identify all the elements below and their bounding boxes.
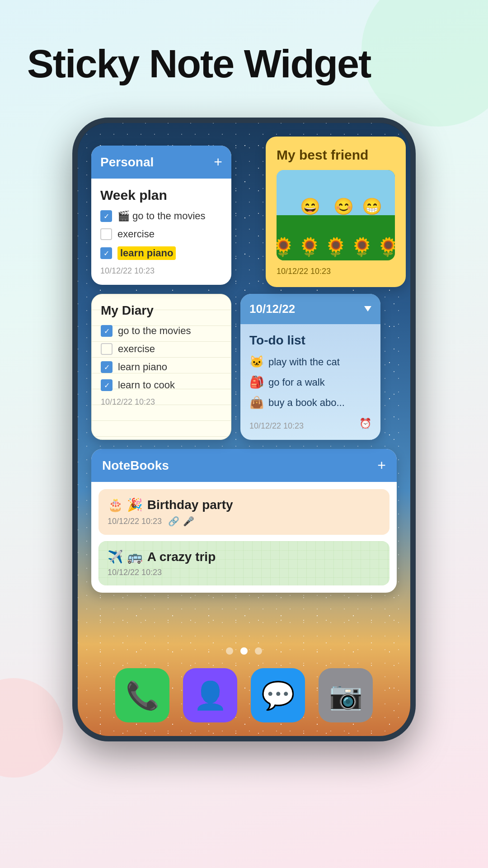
item-text: learn piano	[118, 361, 167, 373]
item-text: 🎬 go to the movies	[117, 210, 206, 222]
item-text: exercise	[117, 228, 155, 240]
notebooks-widget: NoteBooks + 🎂 🎉 Birthday party 10/12/22 …	[91, 449, 397, 593]
notebooks-body: 🎂 🎉 Birthday party 10/12/22 10:23 🔗 🎤	[91, 482, 397, 593]
todo-header-date: 10/12/22	[249, 302, 295, 316]
todo-body: To-do list 🐱 play with the cat 🎒 go for …	[240, 324, 380, 440]
sunflower-2: 🌻	[298, 238, 321, 256]
friend-widget: My best friend 😄 😊 😁 🌻 🌻 🌻 🌻 🌻	[266, 137, 406, 287]
list-item: exercise	[100, 228, 222, 240]
page-dot-3[interactable]	[255, 647, 262, 655]
phone-screen: Personal + Week plan 🎬 go to the movies …	[78, 123, 410, 736]
item-text: learn to cook	[118, 379, 175, 391]
notebook-emoji-2: ✈️ 🚌	[108, 549, 143, 564]
notebook-name: ✈️ 🚌 A crazy trip	[108, 549, 380, 564]
notebooks-header: NoteBooks +	[91, 449, 397, 482]
alarm-icon: ⏰	[359, 418, 371, 429]
todo-emoji-2: 🎒	[249, 375, 264, 389]
friend-widget-title: My best friend	[277, 147, 395, 163]
page-dots	[226, 647, 262, 655]
notebooks-add-button[interactable]: +	[377, 457, 386, 474]
friend-image: 😄 😊 😁 🌻 🌻 🌻 🌻 🌻	[277, 170, 395, 260]
middle-row: My Diary go to the movies exercise learn…	[91, 294, 397, 440]
contacts-icon: 👤	[193, 679, 227, 712]
personal-widget: Personal + Week plan 🎬 go to the movies …	[91, 146, 231, 285]
link-icon: 🔗	[168, 516, 179, 527]
list-item: 🎒 go for a walk	[249, 375, 371, 389]
checkbox-checked[interactable]	[100, 210, 112, 222]
phone-dock-icon[interactable]: 📞	[115, 668, 169, 722]
todo-title: To-do list	[249, 333, 371, 348]
mic-icon: 🎤	[183, 516, 194, 527]
notebook-item[interactable]: 🎂 🎉 Birthday party 10/12/22 10:23 🔗 🎤	[99, 489, 389, 535]
todo-emoji-3: 👜	[249, 396, 264, 410]
notebook-emoji-1: 🎂 🎉	[108, 497, 143, 512]
notebook-timestamp-1: 10/12/22 10:23	[108, 517, 162, 526]
checkbox-checked[interactable]	[101, 361, 113, 373]
checkbox-unchecked[interactable]	[100, 228, 112, 240]
notebook-item[interactable]: ✈️ 🚌 A crazy trip 10/12/22 10:23	[99, 541, 389, 585]
personal-add-button[interactable]: +	[214, 154, 222, 170]
checkbox-checked[interactable]	[101, 379, 113, 391]
camera-icon: 📷	[329, 679, 363, 712]
top-row: Personal + Week plan 🎬 go to the movies …	[91, 146, 397, 285]
friend-timestamp: 10/12/22 10:23	[277, 267, 395, 276]
list-item: 👜 buy a book abo...	[249, 396, 371, 410]
messages-dock-icon[interactable]: 💬	[251, 668, 305, 722]
checkbox-unchecked[interactable]	[101, 343, 113, 355]
phone-icon: 📞	[126, 679, 160, 712]
todo-header: 10/12/22	[240, 294, 380, 324]
widgets-area: Personal + Week plan 🎬 go to the movies …	[91, 146, 397, 593]
notebook-meta: 10/12/22 10:23 🔗 🎤	[108, 516, 380, 527]
messages-icon: 💬	[261, 679, 295, 712]
person-emoji-1: 😄	[300, 197, 320, 216]
todo-timestamp: 10/12/22 10:23	[249, 421, 304, 431]
list-item: learn piano	[101, 361, 222, 373]
checkbox-checked[interactable]	[101, 325, 113, 337]
notebooks-header-label: NoteBooks	[102, 458, 169, 473]
personal-header-label: Personal	[100, 155, 154, 170]
list-item: go to the movies	[101, 325, 222, 337]
notebook-title-2: A crazy trip	[147, 550, 216, 564]
dock: 📞 👤 💬 📷	[115, 668, 373, 722]
notebook-meta: 10/12/22 10:23	[108, 568, 380, 577]
notebook-name: 🎂 🎉 Birthday party	[108, 497, 380, 512]
bg-circle-bottom-left	[0, 678, 63, 778]
checkbox-checked[interactable]	[100, 247, 112, 259]
todo-item-text: go for a walk	[268, 377, 325, 388]
person-emoji-3: 😁	[362, 197, 382, 216]
notebook-timestamp-2: 10/12/22 10:23	[108, 568, 162, 577]
bg-circle-top-right	[361, 0, 488, 127]
todo-emoji-1: 🐱	[249, 355, 264, 369]
diary-title: My Diary	[101, 303, 222, 318]
sunflower-5: 🌻	[377, 238, 395, 256]
sunflower-4: 🌻	[351, 238, 373, 256]
diary-widget: My Diary go to the movies exercise learn…	[91, 294, 231, 440]
list-item: 🐱 play with the cat	[249, 355, 371, 369]
person-emoji-2: 😊	[333, 197, 354, 216]
page-dot-2[interactable]	[240, 647, 248, 655]
list-item: learn piano	[100, 246, 222, 260]
todo-item-text: buy a book abo...	[268, 397, 345, 409]
sunflower-3: 🌻	[324, 238, 347, 256]
todo-item-text: play with the cat	[268, 356, 340, 368]
item-text-highlighted: learn piano	[117, 246, 176, 260]
list-item: exercise	[101, 343, 222, 355]
personal-widget-header: Personal +	[91, 146, 231, 179]
todo-widget: 10/12/22 To-do list 🐱 play with the cat …	[240, 294, 380, 440]
phone-mockup: Personal + Week plan 🎬 go to the movies …	[72, 118, 416, 741]
camera-dock-icon[interactable]: 📷	[319, 668, 373, 722]
notebook-title-1: Birthday party	[147, 498, 233, 512]
list-item: 🎬 go to the movies	[100, 210, 222, 222]
item-text: exercise	[118, 343, 155, 355]
personal-widget-title: Week plan	[100, 188, 222, 203]
sunflower-scene: 😄 😊 😁 🌻 🌻 🌻 🌻 🌻	[277, 170, 395, 260]
chevron-down-icon	[364, 305, 371, 313]
page-dot-1[interactable]	[226, 647, 233, 655]
diary-timestamp: 10/12/22 10:23	[101, 397, 222, 407]
notebook-icons: 🔗 🎤	[168, 516, 194, 527]
page-title: Sticky Note Widget	[27, 41, 371, 87]
personal-timestamp: 10/12/22 10:23	[100, 266, 222, 276]
contacts-dock-icon[interactable]: 👤	[183, 668, 237, 722]
item-text: go to the movies	[118, 325, 191, 337]
sunflower-1: 🌻	[277, 238, 295, 256]
